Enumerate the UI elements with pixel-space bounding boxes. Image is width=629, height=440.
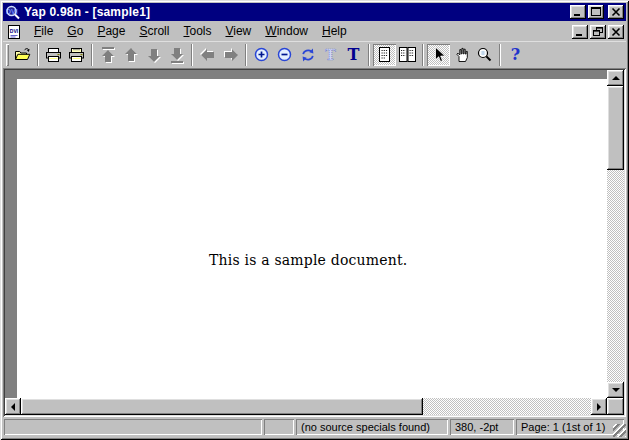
toolbar-separator — [368, 44, 370, 66]
titlebar[interactable]: DVI Yap 0.98n - [sample1] — [3, 3, 626, 21]
mdi-restore-button[interactable] — [590, 25, 606, 39]
dvi-icon-text: DVI — [10, 28, 19, 34]
status-source-specials-panel: (no source specials found) — [296, 419, 448, 435]
toolbar-separator — [37, 44, 39, 66]
menu-tools[interactable]: Tools — [176, 22, 218, 41]
mdi-minimize-button[interactable] — [572, 25, 588, 39]
toolbar: T T — [3, 41, 626, 68]
back-button[interactable] — [196, 44, 219, 66]
help-glyph: ? — [511, 46, 520, 63]
first-page-button[interactable] — [96, 44, 119, 66]
print-button[interactable] — [42, 44, 65, 66]
statusbar: (no source specials found) 380, -2pt Pag… — [3, 417, 626, 437]
open-file-icon — [14, 46, 32, 63]
scroll-left-button[interactable] — [5, 398, 21, 415]
toolbar-grip[interactable] — [6, 44, 9, 66]
toolbar-separator — [422, 44, 424, 66]
menu-go[interactable]: Go — [60, 22, 90, 41]
mdi-close-icon — [610, 26, 622, 38]
horizontal-scrollbar[interactable] — [5, 398, 607, 415]
mdi-close-button[interactable] — [608, 25, 624, 39]
close-button[interactable] — [608, 5, 624, 19]
triangle-up-icon — [612, 76, 620, 80]
maximize-button[interactable] — [588, 5, 604, 19]
app-window: DVI Yap 0.98n - [sample1] DVI File Go Pa… — [0, 0, 629, 440]
close-icon — [610, 6, 622, 18]
refresh-button[interactable] — [296, 44, 319, 66]
zoom-out-icon — [276, 46, 293, 63]
help-button[interactable]: ? — [504, 44, 527, 66]
back-icon — [199, 46, 217, 64]
zoom-out-button[interactable] — [273, 44, 296, 66]
first-page-icon — [99, 46, 117, 64]
status-page-panel: Page: 1 (1st of 1) — [516, 419, 624, 435]
resize-grip[interactable] — [613, 424, 626, 437]
scroll-right-button[interactable] — [591, 398, 607, 415]
zoom-in-icon — [253, 46, 270, 63]
font-outline-button[interactable]: T — [319, 44, 342, 66]
font-outline-glyph: T — [325, 47, 336, 63]
mdi-restore-icon — [592, 26, 604, 38]
zoom-in-button[interactable] — [250, 44, 273, 66]
document-text: This is a sample document. — [209, 252, 407, 268]
dvi-document-icon[interactable]: DVI — [6, 24, 22, 40]
status-message-panel — [4, 419, 262, 435]
status-position-panel: 380, -2pt — [450, 419, 514, 435]
toolbar-separator — [499, 44, 501, 66]
menu-scroll[interactable]: Scroll — [132, 22, 176, 41]
print-icon — [44, 47, 63, 63]
menu-file[interactable]: File — [27, 22, 60, 41]
scrollbar-corner — [607, 398, 624, 415]
mdi-minimize-icon — [574, 26, 586, 38]
last-page-icon — [168, 46, 186, 64]
refresh-icon — [300, 47, 316, 63]
previous-page-icon — [122, 46, 140, 64]
scroll-up-button[interactable] — [607, 70, 624, 86]
toolbar-separator — [245, 44, 247, 66]
open-file-button[interactable] — [11, 44, 34, 66]
window-title: Yap 0.98n - [sample1] — [24, 5, 568, 19]
print-pages-icon — [67, 47, 86, 63]
scroll-down-button[interactable] — [607, 382, 624, 398]
page-viewport[interactable]: This is a sample document. — [5, 70, 607, 398]
hand-tool-button[interactable] — [450, 44, 473, 66]
font-solid-button[interactable]: T — [342, 44, 365, 66]
menu-page[interactable]: Page — [90, 22, 132, 41]
document-view: This is a sample document. — [3, 68, 626, 417]
document-page[interactable]: This is a sample document. — [17, 79, 607, 398]
single-page-view-icon — [376, 46, 393, 63]
forward-icon — [222, 46, 240, 64]
triangle-down-icon — [612, 388, 620, 392]
triangle-left-icon — [11, 403, 15, 411]
vertical-scrollbar-thumb[interactable] — [607, 86, 624, 170]
font-solid-icon: T — [345, 46, 362, 63]
yap-magnifier-icon[interactable]: DVI — [5, 4, 21, 20]
hand-tool-icon — [453, 46, 470, 63]
forward-button[interactable] — [219, 44, 242, 66]
menu-view[interactable]: View — [218, 22, 258, 41]
select-tool-icon — [430, 46, 447, 63]
horizontal-scrollbar-thumb[interactable] — [21, 398, 423, 415]
menubar: DVI File Go Page Scroll Tools View Windo… — [3, 22, 626, 41]
status-indicator-panel — [264, 419, 294, 435]
toolbar-separator — [191, 44, 193, 66]
double-page-view-icon — [398, 46, 417, 63]
font-solid-glyph: T — [348, 46, 360, 63]
next-page-button[interactable] — [142, 44, 165, 66]
double-page-view-button[interactable] — [396, 44, 419, 66]
vertical-scrollbar[interactable] — [607, 70, 624, 398]
magnifier-tool-button[interactable] — [473, 44, 496, 66]
select-tool-button[interactable] — [427, 44, 450, 66]
triangle-right-icon — [597, 403, 601, 411]
single-page-view-button[interactable] — [373, 44, 396, 66]
font-outline-icon: T — [322, 46, 339, 63]
previous-page-button[interactable] — [119, 44, 142, 66]
next-page-icon — [145, 46, 163, 64]
print-pages-button[interactable] — [65, 44, 88, 66]
last-page-button[interactable] — [165, 44, 188, 66]
menu-help[interactable]: Help — [315, 22, 354, 41]
menu-window[interactable]: Window — [258, 22, 315, 41]
magnifier-tool-icon — [476, 46, 493, 63]
minimize-icon — [572, 6, 584, 18]
minimize-button[interactable] — [570, 5, 586, 19]
